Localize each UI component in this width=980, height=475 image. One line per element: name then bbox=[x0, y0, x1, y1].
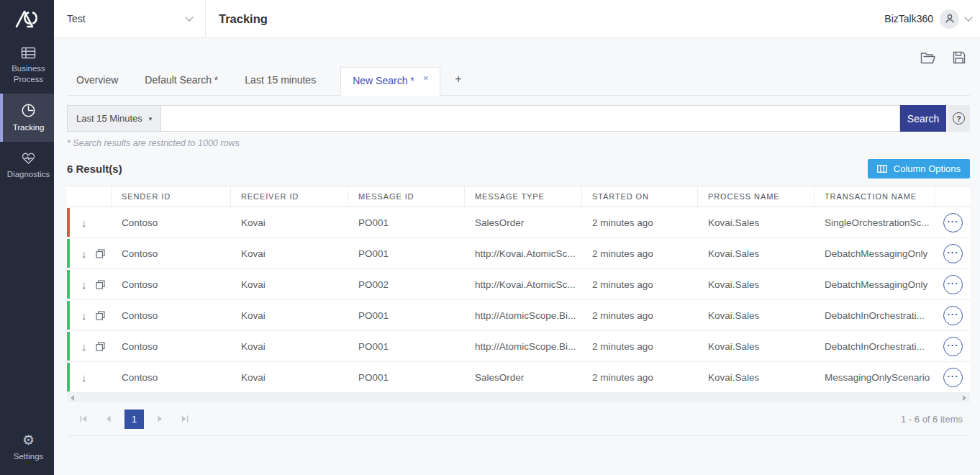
next-page-button[interactable] bbox=[150, 410, 169, 428]
row-cell-message-id: PO001 bbox=[348, 372, 465, 383]
row-cell-message-type: http://Kovai.AtomicSc... bbox=[465, 279, 582, 290]
sidebar-item-tracking[interactable]: Tracking bbox=[0, 94, 54, 142]
table-row[interactable]: ↓ContosoKovaiPO001http://AtomicScope.Bi.… bbox=[67, 331, 970, 362]
row-cell-started-on: 2 minutes ago bbox=[582, 217, 698, 228]
column-header[interactable]: STARTED ON bbox=[582, 186, 698, 207]
copy-icon bbox=[96, 342, 105, 351]
table-row[interactable]: ↓ContosoKovaiPO002http://Kovai.AtomicSc.… bbox=[67, 269, 970, 300]
search-query-input[interactable] bbox=[161, 106, 899, 131]
gear-icon: ⚙ bbox=[4, 433, 53, 447]
column-header[interactable]: TRANSACTION NAME bbox=[815, 186, 935, 207]
scroll-left-icon[interactable] bbox=[71, 395, 74, 401]
last-page-button[interactable] bbox=[176, 410, 194, 428]
column-header[interactable]: MESSAGE ID bbox=[348, 186, 465, 207]
current-page-button[interactable]: 1 bbox=[124, 410, 144, 429]
column-header-actions bbox=[935, 186, 970, 207]
pagination-bar: 1 1 - 6 of 6 items bbox=[67, 402, 970, 436]
row-cell-started-on: 2 minutes ago bbox=[582, 310, 698, 321]
status-bar bbox=[67, 239, 70, 268]
horizontal-scrollbar[interactable] bbox=[67, 393, 970, 402]
row-cell-receiver-id: Kovai bbox=[231, 341, 348, 352]
chevron-down-icon bbox=[185, 13, 193, 21]
tracking-content: Overview Default Search * Last 15 minute… bbox=[54, 38, 980, 475]
column-options-button[interactable]: Column Options bbox=[868, 159, 970, 178]
results-restriction-note: * Search results are restricted to 1000 … bbox=[67, 138, 970, 148]
column-header[interactable]: RECEIVER ID bbox=[231, 186, 348, 207]
row-cell-started-on: 2 minutes ago bbox=[582, 372, 698, 383]
table-row[interactable]: ↓ContosoKovaiPO001SalesOrder2 minutes ag… bbox=[67, 362, 970, 393]
row-icons: ↓ bbox=[67, 372, 112, 383]
tab-overview[interactable]: Overview bbox=[74, 74, 120, 95]
row-actions: ··· bbox=[935, 213, 970, 232]
row-cell-receiver-id: Kovai bbox=[231, 217, 348, 228]
environment-selector[interactable]: Test bbox=[54, 0, 206, 37]
pagination-range-label: 1 - 6 of 6 items bbox=[901, 414, 970, 425]
scroll-right-icon[interactable] bbox=[963, 395, 966, 401]
expand-arrow-icon: ↓ bbox=[81, 217, 87, 228]
results-header: 6 Result(s) Column Options bbox=[67, 159, 970, 178]
column-header[interactable]: PROCESS NAME bbox=[698, 186, 815, 207]
row-cell-transaction-name: SingleOrchestrationSc... bbox=[815, 217, 935, 228]
grid-header: SENDER IDRECEIVER IDMESSAGE IDMESSAGE TY… bbox=[67, 186, 970, 207]
row-actions-button[interactable]: ··· bbox=[943, 368, 963, 387]
column-header[interactable]: SENDER ID bbox=[112, 186, 231, 207]
row-actions: ··· bbox=[935, 306, 970, 325]
avatar[interactable] bbox=[940, 9, 959, 29]
add-tab-button[interactable]: + bbox=[450, 73, 466, 95]
row-cell-receiver-id: Kovai bbox=[231, 279, 348, 290]
row-cell-process-name: Kovai.Sales bbox=[698, 341, 815, 352]
status-bar bbox=[67, 363, 70, 392]
time-filter-label: Last 15 Minutes bbox=[76, 113, 142, 124]
topbar: Test Tracking BizTalk360 bbox=[54, 0, 980, 38]
search-help-button[interactable]: ? bbox=[948, 105, 970, 132]
search-button[interactable]: Search bbox=[900, 105, 946, 132]
row-actions-button[interactable]: ··· bbox=[943, 213, 963, 232]
expand-arrow-icon: ↓ bbox=[81, 279, 87, 290]
row-cell-started-on: 2 minutes ago bbox=[582, 341, 698, 352]
table-row[interactable]: ↓ContosoKovaiPO001http://Kovai.AtomicSc.… bbox=[67, 238, 970, 269]
row-actions-button[interactable]: ··· bbox=[943, 337, 963, 356]
sidebar-item-business-process[interactable]: Business Process bbox=[0, 37, 54, 94]
sidebar-item-label: Settings bbox=[14, 452, 44, 461]
copy-icon bbox=[96, 249, 105, 258]
row-actions: ··· bbox=[935, 244, 970, 263]
user-menu[interactable]: BizTalk360 bbox=[884, 9, 971, 29]
main-area: Test Tracking BizTalk360 bbox=[54, 0, 980, 475]
sidebar-item-settings[interactable]: ⚙ Settings bbox=[0, 424, 54, 471]
expand-arrow-icon: ↓ bbox=[81, 341, 87, 352]
columns-icon bbox=[877, 165, 887, 173]
row-cell-sender-id: Contoso bbox=[112, 372, 231, 383]
time-filter-dropdown[interactable]: Last 15 Minutes ▾ bbox=[68, 106, 161, 131]
sidebar-item-diagnostics[interactable]: Diagnostics bbox=[0, 142, 54, 189]
caret-down-icon: ▾ bbox=[149, 115, 153, 122]
close-tab-icon[interactable]: × bbox=[423, 73, 429, 83]
row-cell-receiver-id: Kovai bbox=[231, 310, 348, 321]
sidebar: Business Process Tracking Diagnostics bbox=[0, 0, 54, 475]
copy-icon bbox=[96, 311, 105, 320]
atomicscope-logo-icon bbox=[0, 0, 54, 37]
tab-last-15-minutes[interactable]: Last 15 minutes bbox=[242, 74, 318, 95]
expand-arrow-icon: ↓ bbox=[81, 248, 87, 259]
column-header[interactable]: MESSAGE TYPE bbox=[465, 186, 582, 207]
row-cell-receiver-id: Kovai bbox=[231, 248, 348, 259]
row-cell-process-name: Kovai.Sales bbox=[698, 372, 815, 383]
row-cell-sender-id: Contoso bbox=[112, 310, 231, 321]
previous-page-button[interactable] bbox=[99, 410, 118, 428]
tab-new-search[interactable]: New Search * × bbox=[340, 67, 440, 96]
column-options-label: Column Options bbox=[894, 163, 961, 174]
table-row[interactable]: ↓ContosoKovaiPO001http://AtomicScope.Bi.… bbox=[67, 300, 970, 331]
row-cell-message-id: PO002 bbox=[348, 279, 465, 290]
row-cell-sender-id: Contoso bbox=[112, 217, 231, 228]
table-row[interactable]: ↓ContosoKovaiPO001SalesOrder2 minutes ag… bbox=[67, 207, 970, 238]
open-search-icon[interactable] bbox=[920, 52, 935, 64]
save-search-icon[interactable] bbox=[953, 51, 966, 64]
row-icons: ↓ bbox=[67, 279, 112, 290]
first-page-button[interactable] bbox=[74, 410, 93, 428]
tab-default-search[interactable]: Default Search * bbox=[142, 74, 220, 95]
row-actions-button[interactable]: ··· bbox=[943, 306, 963, 325]
row-actions-button[interactable]: ··· bbox=[943, 244, 963, 263]
row-actions-button[interactable]: ··· bbox=[943, 275, 963, 294]
row-actions: ··· bbox=[935, 275, 970, 294]
tab-label: Default Search * bbox=[145, 74, 218, 86]
business-process-icon bbox=[4, 47, 53, 59]
